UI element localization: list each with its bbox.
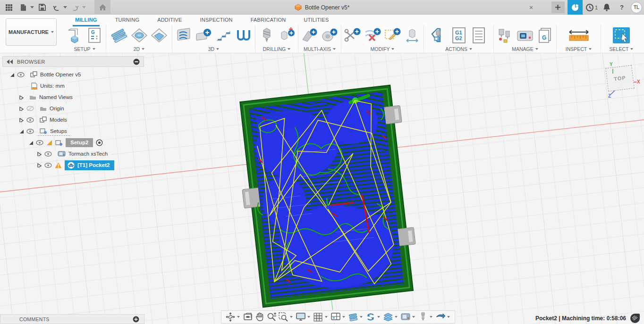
machine-display-caret[interactable] bbox=[411, 311, 416, 323]
go-to-operation-caret[interactable] bbox=[446, 311, 451, 323]
tab-turning[interactable]: TURNING bbox=[106, 16, 149, 25]
expand-icon[interactable] bbox=[29, 141, 33, 145]
contour-2d-button[interactable] bbox=[150, 26, 169, 45]
face-button[interactable] bbox=[110, 26, 129, 45]
job-status-badge-icon[interactable] bbox=[630, 313, 640, 324]
drill-button[interactable] bbox=[257, 26, 276, 45]
toolpath-steps-caret[interactable] bbox=[359, 311, 364, 323]
collapse-panel-icon[interactable] bbox=[7, 59, 13, 64]
browser-row-named-views[interactable]: Named Views bbox=[2, 91, 144, 103]
tab-inspection[interactable]: INSPECTION bbox=[191, 16, 241, 25]
tab-milling[interactable]: MILLING bbox=[66, 16, 106, 25]
new-tab-button[interactable] bbox=[551, 1, 565, 13]
visibility-eye-icon[interactable] bbox=[26, 129, 34, 134]
visibility-off-eye-icon[interactable] bbox=[26, 106, 34, 111]
spiral-button[interactable] bbox=[234, 26, 253, 45]
pocket2-selected-row[interactable]: [T1] Pocket2 bbox=[65, 160, 114, 170]
visibility-eye-icon[interactable] bbox=[44, 163, 52, 168]
orbit-caret[interactable] bbox=[236, 311, 241, 323]
collapse-icon[interactable] bbox=[19, 107, 24, 111]
browser-row-origin[interactable]: Origin bbox=[2, 103, 144, 114]
avatar[interactable]: TL bbox=[631, 2, 642, 13]
visibility-eye-icon[interactable] bbox=[17, 72, 25, 77]
edit-toolpath-button[interactable] bbox=[383, 26, 402, 45]
workspace-switcher[interactable]: MANUFACTURE bbox=[6, 18, 57, 46]
collapse-icon[interactable] bbox=[37, 152, 42, 156]
stock-width-button[interactable] bbox=[403, 26, 422, 45]
look-at-button[interactable] bbox=[242, 311, 254, 323]
new-setup-button[interactable] bbox=[65, 26, 84, 45]
simulate-button[interactable] bbox=[430, 26, 449, 45]
steep-shallow-button[interactable] bbox=[214, 26, 233, 45]
multiaxis-group-label[interactable]: MULTI-AXIS bbox=[304, 46, 336, 52]
browser-row-setup2[interactable]: Setup2 bbox=[2, 137, 144, 148]
select-button[interactable] bbox=[611, 26, 632, 45]
pan-button[interactable] bbox=[254, 311, 265, 323]
expand-icon[interactable] bbox=[10, 73, 14, 77]
rotary-button[interactable] bbox=[320, 26, 339, 45]
extensions-button[interactable] bbox=[568, 0, 583, 15]
nc-program-button[interactable]: G bbox=[85, 26, 104, 45]
tool-display-caret[interactable] bbox=[429, 311, 433, 323]
regenerate-button[interactable] bbox=[364, 311, 376, 323]
document-tab[interactable]: Bottle Opener v5* bbox=[0, 0, 644, 15]
tab-fabrication[interactable]: FABRICATION bbox=[242, 16, 295, 25]
go-to-operation-button[interactable] bbox=[434, 311, 446, 323]
job-status-button[interactable]: 1 bbox=[585, 3, 598, 12]
modify-group-label[interactable]: MODIFY bbox=[371, 46, 395, 52]
add-comment-icon[interactable] bbox=[133, 316, 139, 323]
browser-row-setups[interactable]: Setups bbox=[2, 125, 144, 137]
drilling-group-label[interactable]: DRILLING bbox=[263, 46, 290, 52]
zoom-window-caret[interactable] bbox=[289, 311, 294, 323]
regenerate-caret[interactable] bbox=[376, 311, 381, 323]
notifications-button[interactable] bbox=[601, 1, 613, 14]
visibility-eye-icon[interactable] bbox=[26, 117, 34, 123]
measure-button[interactable] bbox=[566, 26, 592, 45]
zoom-window-button[interactable] bbox=[277, 311, 289, 323]
setup-group-label[interactable]: SETUP bbox=[74, 46, 95, 52]
3d-group-label[interactable]: 3D bbox=[208, 46, 219, 52]
browser-row-machine[interactable]: Tormach xsTech bbox=[2, 148, 144, 159]
viewports-button[interactable] bbox=[330, 311, 341, 323]
collapse-icon[interactable] bbox=[37, 163, 42, 167]
help-button[interactable]: ? bbox=[616, 1, 628, 14]
browser-row-pocket2[interactable]: [T1] Pocket2 bbox=[2, 159, 144, 171]
tab-utilities[interactable]: UTILITIES bbox=[295, 16, 338, 25]
setup2-selected-label[interactable]: Setup2 bbox=[66, 138, 93, 147]
visibility-eye-icon[interactable] bbox=[36, 140, 43, 145]
tool-library-button[interactable] bbox=[496, 26, 515, 45]
pocket-2d-button[interactable] bbox=[130, 26, 149, 45]
tool-display-button[interactable] bbox=[417, 311, 429, 323]
actions-group-label[interactable]: ACTIONS bbox=[445, 46, 472, 52]
grid-snap-caret[interactable] bbox=[324, 311, 329, 323]
2d-group-label[interactable]: 2D bbox=[134, 46, 144, 52]
collapse-icon[interactable] bbox=[19, 118, 24, 122]
delete-toolpath-button[interactable] bbox=[363, 26, 382, 45]
browser-row-root[interactable]: Bottle Opener v5 bbox=[2, 69, 144, 80]
manage-group-label[interactable]: MANAGE bbox=[512, 46, 538, 52]
display-settings-caret[interactable] bbox=[306, 311, 311, 323]
setup-sheet-button[interactable] bbox=[469, 26, 488, 45]
drill-create-button[interactable] bbox=[277, 26, 296, 45]
browser-row-models[interactable]: Models bbox=[2, 114, 144, 125]
toolpath-steps-button[interactable] bbox=[347, 311, 359, 323]
swarf-button[interactable] bbox=[300, 26, 319, 45]
tab-additive[interactable]: ADDITIVE bbox=[148, 16, 191, 25]
post-process-button[interactable]: G1G2 bbox=[449, 26, 468, 45]
collapse-icon[interactable] bbox=[19, 95, 24, 100]
inspect-group-label[interactable]: INSPECT bbox=[566, 46, 592, 52]
expand-icon[interactable] bbox=[19, 129, 24, 133]
machine-library-button[interactable] bbox=[516, 26, 534, 45]
orbit-button[interactable] bbox=[224, 311, 236, 323]
stock-display-caret[interactable] bbox=[394, 311, 398, 323]
zoom-button[interactable] bbox=[265, 311, 277, 323]
hide-all-icon[interactable] bbox=[133, 58, 140, 65]
select-group-label[interactable]: SELECT bbox=[610, 46, 634, 52]
browser-row-units[interactable]: Units: mm bbox=[2, 80, 144, 91]
pocket-clearing-button[interactable] bbox=[195, 26, 213, 45]
comments-bar[interactable]: COMMENTS bbox=[0, 314, 144, 324]
viewports-caret[interactable] bbox=[341, 311, 346, 323]
post-library-button[interactable]: G bbox=[535, 26, 554, 45]
display-settings-button[interactable] bbox=[295, 311, 306, 323]
grid-snap-button[interactable] bbox=[312, 311, 324, 323]
